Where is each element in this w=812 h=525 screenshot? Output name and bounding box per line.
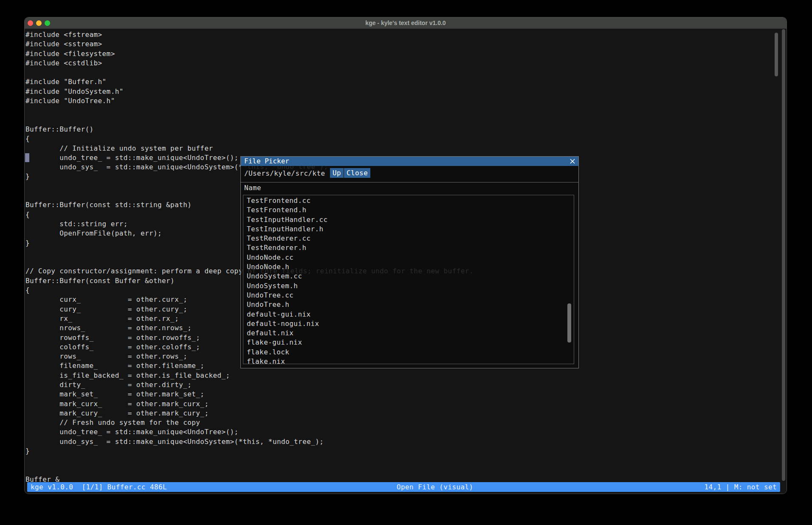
close-button[interactable]: Close — [344, 168, 370, 178]
status-position: 14,1 | M: not set — [704, 482, 777, 492]
window-titlebar[interactable]: kge - kyle's text editor v1.0.0 — [25, 17, 787, 29]
screen-background: kge - kyle's text editor v1.0.0 #include… — [0, 0, 812, 525]
file-item[interactable]: default.nix — [243, 328, 574, 338]
file-item[interactable]: TestFrontend.cc — [243, 196, 574, 205]
status-bar: kge v1.0.0 [1/1] Buffer.cc 486L Open Fil… — [27, 482, 780, 492]
file-item[interactable]: flake-gui.nix — [243, 338, 574, 347]
dialog-title: File Picker — [244, 157, 289, 166]
file-list[interactable]: TestFrontend.ccTestFrontend.hTestInputHa… — [243, 195, 574, 364]
status-left: kge v1.0.0 [1/1] Buffer.cc 486L — [31, 482, 167, 492]
file-item[interactable]: UndoNode.cc — [243, 253, 574, 262]
file-item[interactable]: UndoSystem.h — [243, 281, 574, 291]
text-cursor — [25, 153, 29, 162]
divider — [241, 182, 578, 182]
file-item[interactable]: UndoTree.cc — [243, 291, 574, 300]
status-mode: Open File (visual) — [397, 482, 474, 492]
file-item[interactable]: flake.lock — [243, 348, 574, 357]
file-item[interactable]: default-nogui.nix — [243, 319, 574, 328]
file-item[interactable]: TestRenderer.h — [243, 243, 574, 253]
file-list-scrollbar-thumb[interactable] — [567, 303, 571, 343]
column-header-name: Name — [244, 184, 261, 192]
file-item[interactable]: flake.nix — [243, 357, 574, 364]
file-item[interactable]: default-gui.nix — [243, 310, 574, 319]
file-item[interactable]: TestInputHandler.cc — [243, 215, 574, 225]
file-item[interactable]: UndoSystem.cc — [243, 272, 574, 281]
window-title: kge - kyle's text editor v1.0.0 — [25, 17, 787, 28]
editor-scrollbar-thumb[interactable] — [775, 33, 778, 76]
editor-scrollbar-track[interactable] — [782, 29, 785, 481]
file-item[interactable]: UndoNode.h — [243, 262, 574, 272]
current-path: /Users/kyle/src/kte — [244, 169, 325, 177]
dialog-close-icon[interactable] — [570, 159, 575, 164]
path-row: /Users/kyle/src/kte Up Close — [241, 166, 578, 182]
up-button[interactable]: Up — [330, 168, 344, 178]
dialog-titlebar[interactable]: File Picker — [241, 157, 578, 166]
file-item[interactable]: UndoTree.h — [243, 300, 574, 309]
file-item[interactable]: TestRenderer.cc — [243, 234, 574, 243]
file-item[interactable]: TestInputHandler.h — [243, 225, 574, 234]
editor-window: kge - kyle's text editor v1.0.0 #include… — [24, 17, 787, 494]
file-item[interactable]: TestFrontend.h — [243, 205, 574, 215]
file-picker-dialog: *this, *undo_tree_); y of core fields; r… — [240, 156, 579, 368]
